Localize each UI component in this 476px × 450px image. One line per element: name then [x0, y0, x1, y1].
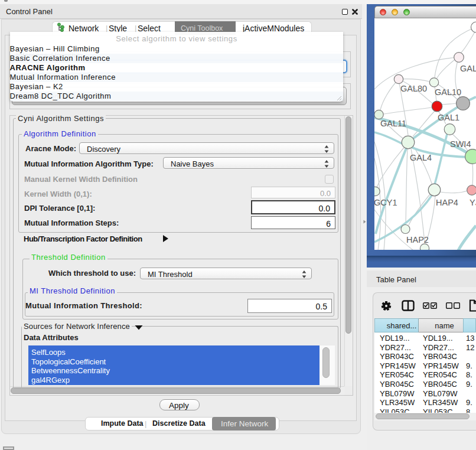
svg-text:GAL10: GAL10 — [435, 87, 461, 97]
svg-text:HAP4: HAP4 — [436, 198, 458, 207]
svg-text:GAL11: GAL11 — [380, 119, 406, 128]
svg-text:YJ: YJ — [470, 198, 476, 207]
svg-text:GCY1: GCY1 — [374, 198, 397, 207]
svg-text:SWI4: SWI4 — [450, 139, 471, 149]
svg-text:GAL1: GAL1 — [438, 113, 459, 122]
svg-text:HAP2: HAP2 — [406, 235, 429, 244]
svg-text:GAL7: GAL7 — [460, 64, 476, 73]
svg-text:GAL80: GAL80 — [400, 84, 427, 93]
svg-text:GAL4: GAL4 — [410, 153, 432, 162]
